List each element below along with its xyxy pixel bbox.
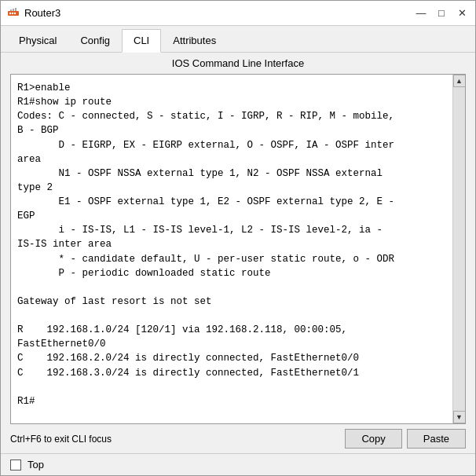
top-label: Top (27, 459, 44, 471)
svg-rect-6 (10, 9, 12, 11)
close-button[interactable]: ✕ (455, 6, 469, 20)
tab-bar: Physical Config CLI Attributes (1, 26, 475, 53)
title-bar: Router3 — □ ✕ (1, 1, 475, 26)
scroll-up-arrow[interactable]: ▲ (453, 75, 466, 87)
section-header: IOS Command Line Interface (1, 53, 475, 74)
title-bar-left: Router3 (7, 7, 60, 20)
svg-point-1 (9, 12, 11, 13)
svg-point-2 (12, 12, 13, 13)
cli-scrollbar: ▲ ▼ (452, 75, 465, 423)
window-title: Router3 (24, 7, 60, 19)
tab-cli[interactable]: CLI (122, 29, 161, 53)
router-icon (7, 7, 20, 20)
paste-button[interactable]: Paste (407, 429, 466, 449)
status-bar: Ctrl+F6 to exit CLI focus Copy Paste (1, 424, 475, 453)
bottom-bar: Top (1, 453, 475, 475)
tab-config[interactable]: Config (68, 29, 122, 52)
svg-rect-4 (13, 9, 14, 11)
tab-physical[interactable]: Physical (7, 29, 68, 52)
scroll-down-arrow[interactable]: ▼ (453, 411, 466, 423)
cli-output[interactable]: R1>enable R1#show ip route Codes: C - co… (11, 75, 452, 423)
maximize-button[interactable]: □ (434, 6, 449, 20)
title-bar-controls: — □ ✕ (414, 6, 469, 20)
copy-button[interactable]: Copy (345, 429, 401, 449)
status-text: Ctrl+F6 to exit CLI focus (10, 434, 112, 445)
status-buttons: Copy Paste (345, 429, 466, 449)
router3-window: Router3 — □ ✕ Physical Config CLI Attrib… (0, 0, 476, 476)
cli-container: R1>enable R1#show ip route Codes: C - co… (10, 74, 466, 424)
scroll-track[interactable] (453, 87, 465, 411)
svg-rect-5 (15, 8, 16, 11)
svg-point-3 (14, 12, 16, 13)
minimize-button[interactable]: — (414, 6, 428, 20)
tab-attributes[interactable]: Attributes (161, 29, 228, 52)
top-checkbox[interactable] (10, 460, 21, 471)
